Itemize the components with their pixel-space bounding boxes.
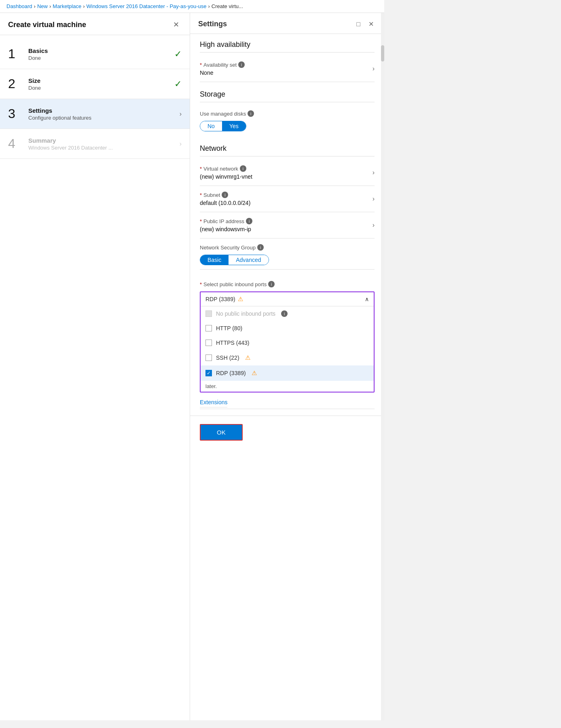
breadcrumb: Dashboard › New › Marketplace › Windows … bbox=[0, 0, 384, 13]
step-2[interactable]: 2 Size Done ✓ bbox=[0, 69, 190, 99]
checkbox-https bbox=[205, 340, 212, 346]
step-3[interactable]: 3 Settings Configure optional features › bbox=[0, 99, 190, 129]
settings-title: Settings bbox=[198, 20, 227, 28]
managed-disks-info-icon[interactable]: i bbox=[248, 110, 254, 117]
managed-disks-toggle: No Yes bbox=[200, 121, 246, 131]
toggle-no-button[interactable]: No bbox=[200, 121, 222, 131]
dropdown-selected-value: RDP (3389) bbox=[205, 296, 235, 302]
step-3-info: Settings Configure optional features bbox=[28, 107, 180, 121]
storage-section: Storage Use managed disks i No Yes bbox=[200, 90, 375, 136]
managed-disks-label: Use managed disks i bbox=[200, 110, 375, 117]
dropdown-chevron-up-icon: ∧ bbox=[365, 296, 369, 302]
dropdown-warning-icon: ⚠ bbox=[238, 295, 243, 303]
right-panel: Settings □ ✕ High availability * Availab… bbox=[190, 13, 384, 720]
virtual-network-row[interactable]: * Virtual network i (new) winvmrg1-vnet … bbox=[200, 160, 375, 186]
public-ip-content: * Public IP address i (new) windowsvm-ip bbox=[200, 218, 369, 232]
dropdown-item-http-label: HTTP (80) bbox=[216, 325, 242, 331]
close-button[interactable]: ✕ bbox=[171, 19, 182, 30]
step-3-arrow-icon: › bbox=[180, 110, 182, 118]
step-2-subtitle: Done bbox=[28, 85, 174, 91]
close-settings-button[interactable]: ✕ bbox=[366, 19, 376, 29]
extensions-row[interactable]: Extensions bbox=[200, 399, 375, 409]
inbound-ports-label: * Select public inbound ports i bbox=[200, 281, 375, 287]
dropdown-item-rdp-label: RDP (3389) bbox=[216, 370, 246, 376]
ssh-warning-icon: ⚠ bbox=[245, 354, 250, 361]
step-4-title: Summary bbox=[28, 137, 180, 144]
virtual-network-value: (new) winvmrg1-vnet bbox=[200, 173, 369, 180]
public-ip-info-icon[interactable]: i bbox=[246, 218, 252, 224]
availability-set-chevron-icon: › bbox=[373, 65, 375, 72]
breadcrumb-dashboard[interactable]: Dashboard bbox=[6, 3, 32, 9]
breadcrumb-new[interactable]: New bbox=[37, 3, 48, 9]
no-ports-info-icon[interactable]: i bbox=[281, 310, 288, 317]
breadcrumb-marketplace[interactable]: Marketplace bbox=[53, 3, 81, 9]
subnet-info-icon[interactable]: i bbox=[222, 192, 228, 198]
step-2-number: 2 bbox=[8, 76, 28, 91]
dropdown-item-no-ports-label: No public inbound ports bbox=[216, 310, 275, 317]
scrollbar-track bbox=[381, 13, 384, 720]
step-4-subtitle: Windows Server 2016 Datacenter ... bbox=[28, 145, 180, 151]
dropdown-item-https[interactable]: HTTPS (443) bbox=[201, 336, 374, 350]
toggle-yes-button[interactable]: Yes bbox=[222, 121, 246, 131]
dropdown-header[interactable]: RDP (3389) ⚠ ∧ bbox=[201, 292, 374, 306]
dropdown-footer-text: later. bbox=[201, 381, 374, 392]
step-4-arrow-icon: › bbox=[180, 140, 182, 148]
inbound-ports-info-icon[interactable]: i bbox=[268, 281, 275, 287]
step-1-info: Basics Done bbox=[28, 47, 174, 61]
public-ip-row[interactable]: * Public IP address i (new) windowsvm-ip… bbox=[200, 212, 375, 238]
availability-set-label: * Availability set i bbox=[200, 61, 369, 68]
rdp-warning-icon: ⚠ bbox=[252, 369, 257, 377]
subnet-content: * Subnet i default (10.0.0.0/24) bbox=[200, 192, 369, 206]
public-ip-chevron-icon: › bbox=[373, 222, 375, 229]
public-ip-label: * Public IP address i bbox=[200, 218, 369, 224]
dropdown-item-rdp[interactable]: ✓ RDP (3389) ⚠ bbox=[201, 365, 374, 381]
inbound-ports-dropdown: RDP (3389) ⚠ ∧ No public inbound ports bbox=[200, 291, 375, 392]
panel-title: Create virtual machine bbox=[8, 21, 86, 29]
required-star: * bbox=[200, 62, 202, 68]
step-3-title: Settings bbox=[28, 107, 180, 114]
virtual-network-info-icon[interactable]: i bbox=[240, 165, 246, 172]
nsg-info-icon[interactable]: i bbox=[257, 244, 264, 251]
dropdown-item-no-ports[interactable]: No public inbound ports i bbox=[201, 306, 374, 321]
network-title: Network bbox=[200, 144, 375, 156]
nsg-label: Network Security Group i bbox=[200, 244, 375, 251]
steps-container: 1 Basics Done ✓ 2 Size Done ✓ 3 bbox=[0, 35, 190, 163]
availability-set-value: None bbox=[200, 70, 369, 76]
virtual-network-label: * Virtual network i bbox=[200, 165, 369, 172]
step-1-check-icon: ✓ bbox=[174, 49, 182, 59]
checkbox-no-ports bbox=[205, 310, 212, 317]
step-4-info: Summary Windows Server 2016 Datacenter .… bbox=[28, 137, 180, 151]
maximize-button[interactable]: □ bbox=[354, 19, 363, 29]
left-panel: Create virtual machine ✕ 1 Basics Done ✓… bbox=[0, 13, 190, 720]
nsg-basic-button[interactable]: Basic bbox=[200, 255, 229, 265]
inbound-ports-field: * Select public inbound ports i RDP (338… bbox=[200, 270, 375, 392]
availability-set-content: * Availability set i None bbox=[200, 61, 369, 76]
checkbox-ssh bbox=[205, 355, 212, 361]
nsg-field: Network Security Group i Basic Advanced bbox=[200, 238, 375, 270]
step-3-number: 3 bbox=[8, 106, 28, 121]
settings-content: High availability * Availability set i N… bbox=[190, 34, 384, 416]
dropdown-item-ssh[interactable]: SSH (22) ⚠ bbox=[201, 350, 374, 365]
step-1-subtitle: Done bbox=[28, 55, 174, 61]
scrollbar-thumb[interactable] bbox=[381, 45, 384, 61]
subnet-label: * Subnet i bbox=[200, 192, 369, 198]
nsg-advanced-button[interactable]: Advanced bbox=[229, 255, 268, 265]
breadcrumb-product[interactable]: Windows Server 2016 Datacenter - Pay-as-… bbox=[86, 3, 206, 9]
left-panel-header: Create virtual machine ✕ bbox=[0, 13, 190, 35]
availability-set-row[interactable]: * Availability set i None › bbox=[200, 56, 375, 82]
step-1-number: 1 bbox=[8, 46, 28, 61]
step-2-title: Size bbox=[28, 77, 174, 84]
nsg-toggle-group: Basic Advanced bbox=[200, 255, 269, 265]
extensions-label: Extensions bbox=[200, 395, 227, 407]
availability-set-info-icon[interactable]: i bbox=[238, 61, 245, 68]
managed-disks-field: Use managed disks i No Yes bbox=[200, 106, 375, 136]
header-buttons: □ ✕ bbox=[354, 19, 376, 29]
step-1[interactable]: 1 Basics Done ✓ bbox=[0, 39, 190, 69]
step-4[interactable]: 4 Summary Windows Server 2016 Datacenter… bbox=[0, 129, 190, 159]
ok-button[interactable]: OK bbox=[200, 424, 243, 441]
dropdown-item-http[interactable]: HTTP (80) bbox=[201, 321, 374, 336]
ok-button-container: OK bbox=[190, 416, 384, 449]
step-2-info: Size Done bbox=[28, 77, 174, 91]
subnet-row[interactable]: * Subnet i default (10.0.0.0/24) › bbox=[200, 186, 375, 212]
dropdown-item-https-label: HTTPS (443) bbox=[216, 340, 249, 346]
